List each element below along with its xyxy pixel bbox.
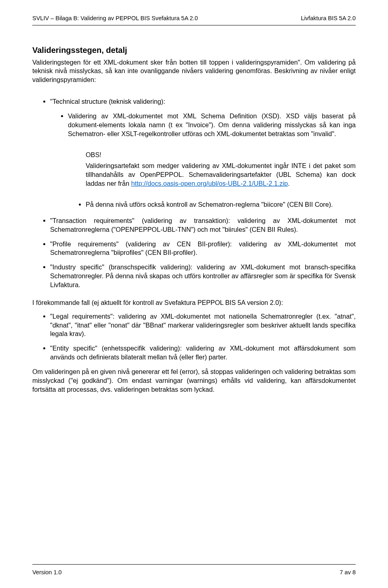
- header-left: SVLIV – Bilaga B: Validering av PEPPOL B…: [32, 15, 198, 23]
- tech-structure-item: "Technical structure (teknisk validering…: [50, 97, 356, 209]
- footer-rule: [32, 564, 356, 565]
- obs-label: OBS!: [86, 151, 356, 160]
- list-item: "Profile requirements" (validering av CE…: [50, 240, 356, 258]
- list-item: "Entity specific" (enhetsspecifik valide…: [50, 344, 356, 362]
- tech-structure-detail: Validering av XML-dokumentet mot XML Sch…: [68, 112, 356, 139]
- tech-structure-label: "Technical structure (teknisk validering…: [50, 98, 165, 105]
- tech-structure-sublist: Validering av XML-dokumentet mot XML Sch…: [50, 112, 356, 139]
- footer-version: Version 1.0: [32, 569, 62, 577]
- tail-paragraph: Om valideringen på en given nivå generer…: [32, 368, 356, 394]
- section-title: Valideringsstegen, detalj: [32, 45, 356, 56]
- ubl-schema-link[interactable]: http://docs.oasis-open.org/ubl/os-UBL-2.…: [131, 180, 288, 187]
- page-header: SVLIV – Bilaga B: Validering av PEPPOL B…: [32, 15, 356, 25]
- list-item: "Legal requirements": validering av XML-…: [50, 312, 356, 339]
- list-item: "Transaction requirements" (validering a…: [50, 216, 356, 234]
- obs-text-after: .: [288, 180, 290, 187]
- footer-row: Version 1.0 7 av 8: [32, 569, 356, 577]
- obs-text: Valideringsartefakt som medger validerin…: [86, 162, 356, 188]
- page-content: SVLIV – Bilaga B: Validering av PEPPOL B…: [0, 0, 388, 394]
- header-rule: [32, 25, 356, 25]
- secondary-list: "Legal requirements": validering av XML-…: [32, 312, 356, 362]
- obs-block: OBS! Valideringsartefakt som medger vali…: [86, 151, 356, 188]
- page-footer: Version 1.0 7 av 8: [32, 564, 356, 577]
- after-obs-item: På denna nivå utförs också kontroll av S…: [86, 200, 356, 209]
- header-right: Livfaktura BIS 5A 2.0: [301, 15, 356, 23]
- secondary-intro: I förekommande fall (ej aktuellt för kon…: [32, 298, 356, 307]
- after-obs-list: På denna nivå utförs också kontroll av S…: [50, 200, 356, 209]
- list-item: "Industry specific" (branschspecifik val…: [50, 263, 356, 290]
- footer-page-number: 7 av 8: [340, 569, 356, 577]
- intro-paragraph: Valideringstegen för ett XML-dokument sk…: [32, 58, 356, 85]
- validation-levels-list: "Technical structure (teknisk validering…: [32, 97, 356, 290]
